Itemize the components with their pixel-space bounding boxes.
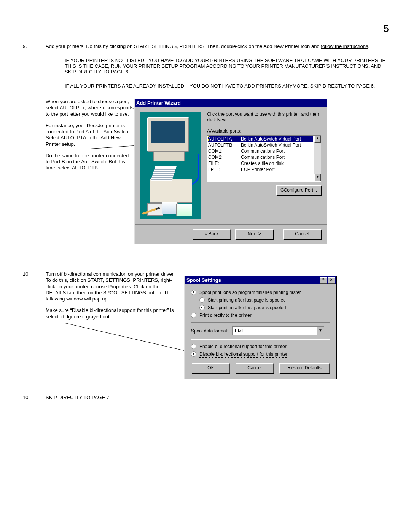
note-block: IF YOUR PRINTER IS NOT LISTED - YOU HAVE…	[65, 58, 393, 75]
paragraph: For instance, your DeskJet printer is co…	[46, 123, 134, 147]
radio-disable-bidi[interactable]: Disable bi-directional support for this …	[191, 350, 330, 358]
window-title: Spool Settings	[186, 276, 319, 284]
port-row[interactable]: COM2:Communications Port	[208, 154, 313, 160]
step-number: 10.	[23, 395, 46, 400]
note-block: IF ALL YOUR PRINTERS ARE ALREADY INSTALL…	[65, 83, 393, 89]
explanatory-text: Turn off bi-directional communication on…	[46, 271, 175, 325]
radio-label: Enable bi-directional support for this p…	[199, 344, 287, 349]
paragraph: When you are asked to choose a port, sel…	[46, 99, 134, 117]
text-underlined: SKIP DIRECTLY TO PAGE 6	[310, 83, 374, 89]
step-body: Turn off bi-directional communication on…	[46, 271, 393, 379]
callout-arrow	[65, 323, 199, 354]
radio-icon	[191, 290, 196, 295]
port-code: LPT1:	[208, 166, 241, 173]
wizard-button-row: < Back Next > Cancel	[135, 224, 327, 244]
radio-label: Start printing after first page is spool…	[208, 305, 286, 310]
radio-icon	[191, 351, 196, 357]
text: .	[128, 69, 130, 75]
chevron-down-icon[interactable]: ▼	[317, 327, 324, 335]
radio-print-direct[interactable]: Print directly to the printer	[191, 312, 330, 319]
text: .	[368, 43, 370, 49]
wizard-illustration	[140, 112, 201, 219]
spool-format-combo[interactable]: EMF ▼	[232, 326, 324, 335]
back-button[interactable]: < Back	[193, 229, 231, 239]
radio-icon	[199, 305, 205, 310]
configure-port-button[interactable]: CConfigure Port...	[276, 185, 321, 195]
port-desc: ECP Printer Port	[241, 166, 274, 173]
restore-defaults-button[interactable]: Restore Defaults	[279, 363, 330, 373]
next-button[interactable]: Next >	[235, 229, 273, 239]
port-row[interactable]: FILE:Creates a file on disk	[208, 160, 313, 166]
radio-icon	[199, 297, 205, 303]
cancel-button[interactable]: Cancel	[283, 229, 321, 239]
divider	[191, 322, 330, 323]
explanatory-text: When you are asked to choose a port, sel…	[46, 99, 134, 177]
text: IF ALL YOUR PRINTERS ARE ALREADY INSTALL…	[65, 83, 310, 89]
step-9: 9. Add your printers. Do this by clickin…	[23, 43, 393, 244]
port-row[interactable]: COM1:Communications Port	[208, 148, 313, 154]
window-client-area: Spool print jobs so program finishes pri…	[185, 284, 336, 379]
port-code: COM2:	[208, 154, 241, 160]
radio-icon	[191, 344, 196, 349]
paragraph: Make sure “Disable bi-directional suppor…	[46, 307, 175, 320]
port-code: AUTOLPTA	[208, 136, 241, 142]
port-desc: Belkin AutoSwitch Virtual Port	[241, 136, 301, 142]
available-ports-list[interactable]: AUTOLPTABelkin AutoSwitch Virtual PortAU…	[207, 135, 321, 182]
port-code: AUTOLPTB	[208, 142, 241, 148]
window-titlebar[interactable]: Spool Settings ? ×	[185, 276, 336, 284]
add-printer-wizard-window: Add Printer Wizard Click the port y	[134, 99, 327, 244]
paragraph: Do the same for the printer connected to…	[46, 153, 134, 171]
window-client-area: Click the port you want to use with this…	[135, 107, 327, 224]
port-desc: Communications Port	[241, 154, 285, 160]
radio-enable-bidi[interactable]: Enable bi-directional support for this p…	[191, 343, 330, 350]
document-page: 5 9. Add your printers. Do this by click…	[0, 0, 411, 423]
spool-format-label: Spool data format:	[191, 328, 228, 334]
port-code: FILE:	[208, 160, 241, 166]
radio-after-first[interactable]: Start printing after first page is spool…	[199, 304, 330, 312]
radio-label: Start printing after last page is spoole…	[208, 297, 286, 303]
available-ports-label: AAvailable ports:	[207, 128, 321, 134]
radio-icon	[191, 313, 196, 318]
radio-label: Spool print jobs so program finishes pri…	[199, 290, 301, 295]
spool-settings-dialog: Spool Settings ? × Spool print jobs so p…	[184, 276, 337, 379]
spool-format-row: Spool data format: EMF ▼	[191, 326, 330, 336]
port-desc: Belkin AutoSwitch Virtual Port	[241, 142, 301, 148]
port-desc: Communications Port	[241, 148, 285, 154]
step-number: 10.	[23, 271, 46, 379]
step-10: 10. Turn off bi-directional communicatio…	[23, 271, 393, 379]
radio-after-last[interactable]: Start printing after last page is spoole…	[199, 296, 330, 304]
divider	[191, 339, 330, 340]
port-row[interactable]: LPT1:ECP Printer Port	[208, 166, 313, 173]
scroll-down-icon[interactable]: ▼	[314, 174, 321, 181]
radio-label: Disable bi-directional support for this …	[199, 351, 287, 357]
port-code: COM1:	[208, 148, 241, 154]
radio-label: Print directly to the printer	[199, 313, 252, 318]
port-desc: Creates a file on disk	[241, 160, 284, 166]
text: .	[374, 83, 375, 89]
radio-spool[interactable]: Spool print jobs so program finishes pri…	[191, 289, 330, 296]
paragraph: Turn off bi-directional communication on…	[46, 271, 175, 302]
text: IF YOUR PRINTER IS NOT LISTED - YOU HAVE…	[65, 58, 385, 69]
window-title: Add Printer Wizard	[136, 99, 325, 107]
ok-button[interactable]: OK	[192, 363, 230, 373]
scrollbar[interactable]: ▲ ▼	[314, 136, 321, 181]
step-number: 9.	[23, 43, 46, 244]
wizard-instruction: Click the port you want to use with this…	[207, 112, 321, 123]
step-body: Add your printers. Do this by clicking o…	[46, 43, 393, 244]
text: Add your printers. Do this by clicking o…	[46, 43, 321, 49]
text-underlined: follow the instructions	[321, 43, 368, 49]
dialog-button-row: OK Cancel Restore Defaults	[191, 363, 330, 373]
port-row[interactable]: AUTOLPTBBelkin AutoSwitch Virtual Port	[208, 142, 313, 148]
port-row[interactable]: AUTOLPTABelkin AutoSwitch Virtual Port	[208, 136, 313, 142]
step-body: SKIP DIRECTLY TO PAGE 7.	[46, 395, 393, 400]
window-titlebar[interactable]: Add Printer Wizard	[135, 99, 327, 107]
help-icon[interactable]: ?	[320, 277, 327, 284]
text-underlined: SKIP DIRECTLY TO PAGE 6	[65, 69, 128, 75]
page-number: 5	[384, 23, 389, 35]
close-icon[interactable]: ×	[328, 277, 335, 284]
scroll-up-icon[interactable]: ▲	[314, 136, 321, 143]
combo-value: EMF	[233, 328, 317, 334]
cancel-button[interactable]: Cancel	[236, 363, 274, 373]
step-10b: 10. SKIP DIRECTLY TO PAGE 7.	[23, 395, 393, 400]
